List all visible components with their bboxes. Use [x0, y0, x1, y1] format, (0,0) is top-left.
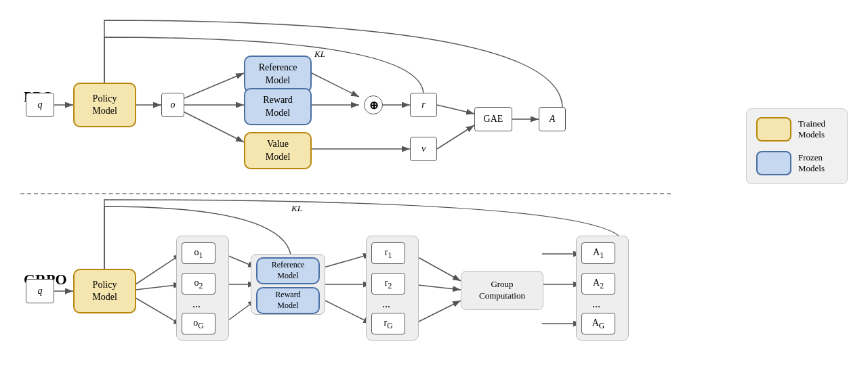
ppo-reward-model: Reward Model: [244, 88, 312, 125]
svg-line-15: [136, 254, 182, 284]
ppo-policy-model: Policy Model: [73, 83, 136, 127]
ppo-r-node: r: [410, 93, 437, 117]
svg-line-17: [136, 298, 182, 325]
ppo-kl-label: KL: [314, 49, 325, 60]
ppo-reward-model-label: Reward Model: [263, 94, 293, 118]
grpo-group-computation: Group Computation: [461, 271, 543, 310]
grpo-r2-node: r2: [371, 273, 405, 295]
svg-line-16: [136, 284, 182, 290]
grpo-oG-label: oG: [193, 317, 203, 331]
grpo-rG-node: rG: [371, 313, 405, 334]
legend-trained-box: [756, 117, 791, 141]
ppo-value-model: Value Model: [244, 132, 312, 169]
ppo-oplus: ⊕: [364, 95, 383, 114]
legend-trained-label: Trained Models: [798, 118, 825, 140]
ppo-value-model-label: Value Model: [266, 138, 291, 162]
svg-line-25: [412, 284, 461, 290]
ppo-gae-label: GAE: [484, 113, 503, 125]
grpo-q-node: q: [26, 279, 54, 303]
svg-line-24: [412, 254, 461, 281]
ppo-v-label: v: [421, 143, 426, 155]
ppo-A-label: A: [550, 113, 556, 125]
legend: Trained Models Frozen Models: [746, 108, 848, 184]
grpo-reward-model: Reward Model: [256, 287, 320, 314]
ppo-q-node: q: [26, 93, 54, 117]
grpo-r1-node: r1: [371, 242, 405, 264]
grpo-r-dots: ···: [382, 301, 390, 313]
grpo-AG-node: AG: [581, 313, 615, 334]
grpo-reference-model: Reference Model: [256, 257, 320, 284]
grpo-r2-label: r2: [385, 277, 392, 291]
grpo-reward-model-label: Reward Model: [275, 290, 300, 311]
svg-line-6: [180, 110, 244, 142]
legend-frozen: Frozen Models: [756, 151, 838, 175]
grpo-o2-node: o2: [182, 273, 215, 295]
grpo-policy-model: Policy Model: [73, 269, 136, 313]
ppo-r-label: r: [421, 99, 425, 111]
svg-line-23: [324, 300, 371, 324]
ppo-policy-model-label: Policy Model: [92, 93, 117, 117]
svg-line-11: [437, 105, 474, 114]
grpo-group-computation-label: Group Computation: [479, 279, 525, 302]
svg-line-7: [312, 73, 359, 97]
svg-line-26: [412, 301, 461, 325]
grpo-A2-node: A2: [581, 273, 615, 295]
section-divider: [20, 193, 671, 194]
ppo-v-node: v: [410, 137, 437, 161]
grpo-o1-node: o1: [182, 242, 215, 264]
ppo-reference-model: Reference Model: [244, 56, 312, 93]
grpo-q-label: q: [38, 285, 43, 297]
grpo-A-dots: ···: [592, 301, 600, 313]
ppo-A-node: A: [539, 107, 566, 131]
ppo-o-node: o: [161, 93, 184, 117]
grpo-r1-label: r1: [385, 246, 392, 261]
grpo-AG-label: AG: [592, 317, 605, 331]
svg-line-21: [324, 254, 371, 267]
grpo-o-dots: ···: [192, 301, 201, 313]
grpo-policy-model-label: Policy Model: [92, 279, 117, 303]
grpo-o1-label: o1: [194, 246, 203, 261]
arrows-svg: [0, 0, 868, 392]
legend-frozen-label: Frozen Models: [798, 152, 825, 174]
svg-line-4: [180, 73, 244, 100]
legend-trained: Trained Models: [756, 117, 838, 141]
grpo-oG-node: oG: [182, 313, 215, 334]
ppo-o-label: o: [171, 99, 175, 111]
grpo-A1-label: A1: [593, 246, 604, 261]
grpo-A1-node: A1: [581, 242, 615, 264]
svg-line-12: [437, 125, 474, 149]
legend-frozen-box: [756, 151, 791, 175]
ppo-reference-model-label: Reference Model: [259, 62, 297, 86]
grpo-reference-model-label: Reference Model: [272, 260, 305, 281]
grpo-o2-label: o2: [194, 277, 203, 291]
ppo-gae-node: GAE: [474, 107, 512, 131]
grpo-rG-label: rG: [384, 317, 392, 331]
grpo-kl-label: KL: [291, 203, 302, 214]
grpo-A2-label: A2: [593, 277, 604, 291]
ppo-q-label: q: [38, 99, 43, 111]
